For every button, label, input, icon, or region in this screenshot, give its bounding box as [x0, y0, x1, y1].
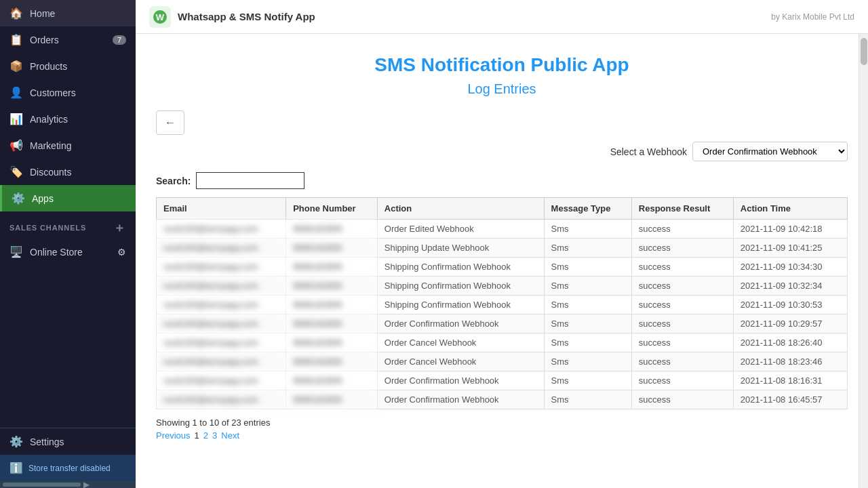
sidebar-item-label-customers: Customers [30, 87, 76, 98]
back-button[interactable]: ← [156, 110, 184, 135]
pagination-page-2[interactable]: 2 [203, 430, 208, 441]
cell-row1-col4: success [631, 239, 733, 258]
orders-icon: 📋 [9, 33, 23, 46]
store-transfer-notice: ℹ️ Store transfer disabled [0, 455, 136, 481]
cell-row8-col2: Order Confirmation Webhook [377, 371, 544, 390]
sidebar-item-discounts[interactable]: 🏷️Discounts [0, 159, 136, 185]
app-header-title: Whatsapp & SMS Notify App [178, 11, 315, 22]
sidebar-item-label-discounts: Discounts [30, 167, 71, 178]
search-input[interactable] [196, 172, 304, 189]
online-store-icon: 🖥️ [9, 245, 23, 258]
col-header-response-result: Response Result [631, 198, 733, 220]
sidebar-item-label-apps: Apps [32, 193, 54, 204]
sidebar: 🏠Home📋Orders7📦Products👤Customers📊Analyti… [0, 0, 136, 488]
sidebar-item-marketing[interactable]: 📢Marketing [0, 132, 136, 159]
cell-row5-col3: Sms [544, 314, 631, 333]
analytics-icon: 📊 [9, 113, 23, 125]
cell-row8-col0: nunk183@armyapy.com [157, 371, 286, 390]
products-icon: 📦 [9, 60, 23, 73]
marketing-icon: 📢 [9, 139, 23, 152]
sales-channels-label: SALES CHANNELS [9, 224, 86, 232]
app-header-by: by Karix Mobile Pvt Ltd [771, 12, 854, 22]
pagination-page-3[interactable]: 3 [212, 430, 217, 441]
col-header-message-type: Message Type [544, 198, 631, 220]
cell-row7-col2: Order Cancel Webhook [377, 352, 544, 371]
table-row: nunk183@armyapy.com9586182856Order Confi… [157, 314, 848, 333]
sidebar-item-products[interactable]: 📦Products [0, 53, 136, 79]
sidebar-item-label-home: Home [30, 8, 55, 19]
showing-text: Showing 1 to 10 of 23 entries [156, 418, 848, 428]
table-row: nunk183@armyapy.com9586182856Order Confi… [157, 390, 848, 409]
cell-row5-col1: 9586182856 [286, 314, 378, 333]
cell-row0-col1: 9586182856 [286, 220, 378, 239]
sidebar-bottom: ⚙️ Settings ℹ️ Store transfer disabled ▶ [0, 428, 136, 488]
cell-row4-col2: Shipping Confirmation Webhook [377, 296, 544, 314]
page-links: Previous123Next [156, 430, 848, 441]
app-header-left: W Whatsapp & SMS Notify App [149, 6, 315, 28]
sidebar-item-settings[interactable]: ⚙️ Settings [0, 428, 136, 455]
table-body: nunk183@armyapy.com9586182856Order Edite… [157, 220, 848, 409]
sidebar-item-home[interactable]: 🏠Home [0, 0, 136, 26]
app-logo-icon: W [149, 6, 171, 28]
cell-row6-col0: nunk183@armyapy.com [157, 333, 286, 352]
table-row: nunk183@armyapy.com9586182856Order Confi… [157, 371, 848, 390]
cell-row6-col2: Order Cancel Webhook [377, 333, 544, 352]
content-inner: SMS Notification Public App Log Entries … [136, 34, 868, 454]
pagination-next[interactable]: Next [221, 430, 239, 441]
cell-row7-col1: 9586182856 [286, 352, 378, 371]
log-entries-table: EmailPhone NumberActionMessage TypeRespo… [156, 197, 848, 409]
cell-row6-col3: Sms [544, 333, 631, 352]
cell-row6-col4: success [631, 333, 733, 352]
cell-row1-col0: nunk183@armyapy.com [157, 239, 286, 258]
cell-row7-col5: 2021-11-08 18:23:46 [733, 352, 847, 371]
settings-label: Settings [30, 436, 64, 447]
webhook-select-label: Select a Webhook [610, 146, 687, 157]
cell-row9-col2: Order Confirmation Webhook [377, 390, 544, 409]
search-label: Search: [156, 176, 191, 186]
right-scrollbar[interactable] [859, 34, 868, 488]
sidebar-item-customers[interactable]: 👤Customers [0, 79, 136, 106]
scrollbar-thumb [861, 38, 867, 65]
webhook-select[interactable]: Order Confirmation WebhookShipping Confi… [692, 142, 848, 161]
cell-row1-col3: Sms [544, 239, 631, 258]
scrollbar-arrow[interactable]: ▶ [83, 480, 90, 488]
sidebar-item-apps[interactable]: ⚙️Apps [0, 185, 136, 211]
cell-row5-col5: 2021-11-09 10:29:57 [733, 314, 847, 333]
sidebar-scrollbar-thumb [3, 483, 81, 487]
pagination-page-1[interactable]: 1 [195, 430, 199, 441]
sidebar-item-label-analytics: Analytics [30, 114, 68, 125]
pagination-row: Showing 1 to 10 of 23 entries Previous12… [156, 418, 848, 441]
sidebar-item-orders[interactable]: 📋Orders7 [0, 26, 136, 53]
col-header-action-time: Action Time [733, 198, 847, 220]
online-store-settings-icon[interactable]: ⚙ [117, 247, 126, 258]
add-sales-channel-icon[interactable]: ＋ [113, 220, 126, 236]
page-subtitle: Log Entries [156, 81, 848, 97]
cell-row8-col1: 9586182856 [286, 371, 378, 390]
apps-icon: ⚙️ [12, 192, 25, 205]
cell-row9-col4: success [631, 390, 733, 409]
cell-row6-col1: 9586182856 [286, 333, 378, 352]
cell-row8-col4: success [631, 371, 733, 390]
sidebar-item-label-products: Products [30, 61, 67, 72]
cell-row8-col5: 2021-11-08 18:16:31 [733, 371, 847, 390]
table-row: nunk183@armyapy.com9586182856Shipping Up… [157, 239, 848, 258]
sidebar-scrollbar[interactable]: ▶ [0, 481, 136, 488]
sidebar-item-label-marketing: Marketing [30, 140, 71, 151]
cell-row7-col0: nunk183@armyapy.com [157, 352, 286, 371]
cell-row3-col4: success [631, 277, 733, 296]
app-header: W Whatsapp & SMS Notify App by Karix Mob… [136, 0, 868, 34]
cell-row3-col1: 9586182856 [286, 277, 378, 296]
cell-row9-col0: nunk183@armyapy.com [157, 390, 286, 409]
sales-channels-section: SALES CHANNELS ＋ [0, 211, 136, 239]
table-row: nunk183@armyapy.com9586182856Shipping Co… [157, 296, 848, 314]
table-row: nunk183@armyapy.com9586182856Shipping Co… [157, 277, 848, 296]
sidebar-sales-channels: 🖥️Online Store⚙ [0, 239, 136, 265]
cell-row7-col4: success [631, 352, 733, 371]
sidebar-item-analytics[interactable]: 📊Analytics [0, 106, 136, 132]
sidebar-sc-label-online-store: Online Store [30, 247, 83, 258]
pagination-previous[interactable]: Previous [156, 430, 191, 441]
sidebar-item-online-store[interactable]: 🖥️Online Store⚙ [0, 239, 136, 265]
cell-row3-col0: nunk183@armyapy.com [157, 277, 286, 296]
store-transfer-text: Store transfer disabled [28, 464, 111, 473]
col-header-email: Email [157, 198, 286, 220]
